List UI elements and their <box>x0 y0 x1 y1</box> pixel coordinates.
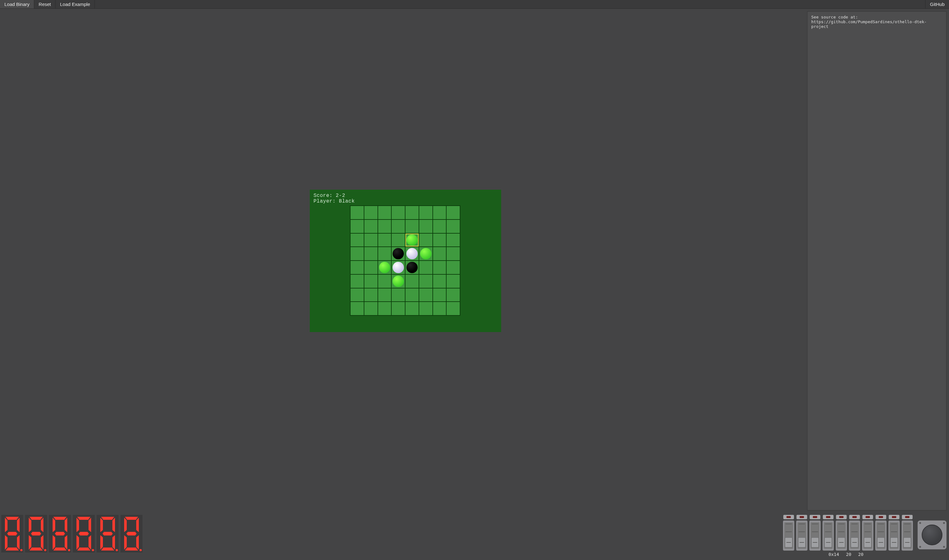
console-panel: See source code at: https://github.com/P… <box>805 9 949 513</box>
svg-marker-20 <box>53 535 55 550</box>
board-cell <box>419 261 432 274</box>
toggle-switch[interactable] <box>875 520 887 551</box>
readout-dec2: 20 <box>858 552 864 557</box>
hint-disc <box>420 248 432 259</box>
reset-button[interactable]: Reset <box>34 0 56 8</box>
board-cell <box>419 234 432 247</box>
score-text: Score: 2-2 <box>313 193 497 198</box>
svg-marker-21 <box>53 518 55 532</box>
board-cell <box>364 302 378 315</box>
board-cell <box>419 275 432 288</box>
board-cell <box>447 302 460 315</box>
svg-marker-28 <box>77 535 79 550</box>
io-column <box>888 515 900 551</box>
led-indicator <box>876 515 886 519</box>
board-cell <box>378 261 391 274</box>
board-cell <box>433 302 446 315</box>
othello-board <box>350 205 460 316</box>
board-cell <box>406 288 419 302</box>
svg-marker-26 <box>88 535 91 550</box>
board-cell <box>392 261 405 274</box>
svg-marker-17 <box>65 518 67 532</box>
svg-marker-24 <box>77 517 90 520</box>
board-cell <box>392 234 405 247</box>
led-indicator <box>823 515 833 519</box>
board-cell <box>419 220 432 233</box>
svg-point-23 <box>68 549 70 551</box>
console-output[interactable]: See source code at: https://github.com/P… <box>807 11 946 511</box>
slider-knob <box>824 537 832 548</box>
svg-marker-19 <box>53 548 66 550</box>
board-cell <box>350 206 364 219</box>
io-column <box>875 515 887 551</box>
io-column <box>822 515 834 551</box>
led-bulb-icon <box>799 516 804 518</box>
board-cell <box>378 275 391 288</box>
board-cell <box>350 234 364 247</box>
board-cell <box>433 234 446 247</box>
svg-marker-46 <box>127 532 137 535</box>
toggle-switch[interactable] <box>796 520 807 551</box>
hint-disc <box>379 262 390 273</box>
board-cell <box>447 234 460 247</box>
readout-dec1: 20 <box>846 552 852 557</box>
main-area: Score: 2-2 Player: Black See source code… <box>0 9 949 513</box>
toggle-switch[interactable] <box>902 520 913 551</box>
toggle-switch[interactable] <box>889 520 900 551</box>
board-cell <box>406 275 419 288</box>
svg-marker-12 <box>29 535 31 550</box>
led-bulb-icon <box>879 516 883 518</box>
board-cell <box>406 261 419 274</box>
board-cell <box>392 220 405 233</box>
toggle-switch[interactable] <box>836 520 847 551</box>
slider-knob <box>877 537 885 548</box>
board-cell <box>350 247 364 260</box>
seven-segment-digit <box>120 515 142 552</box>
load-example-button[interactable]: Load Example <box>56 0 95 8</box>
toggle-switch[interactable] <box>783 520 794 551</box>
board-cell <box>406 206 419 219</box>
board-cell <box>447 220 460 233</box>
board-cell <box>447 288 460 302</box>
svg-marker-8 <box>29 517 43 520</box>
led-bulb-icon <box>892 516 896 518</box>
led-indicator <box>902 515 913 519</box>
load-binary-button[interactable]: Load Binary <box>0 0 34 8</box>
board-cell <box>433 206 446 219</box>
menubar: Load Binary Reset Load Example GitHub <box>0 0 949 9</box>
board-cell <box>433 275 446 288</box>
board-cell <box>406 220 419 233</box>
io-cluster <box>783 515 946 551</box>
led-bulb-icon <box>787 516 791 518</box>
board-cell <box>350 288 364 302</box>
github-link[interactable]: GitHub <box>925 0 949 8</box>
black-disc <box>393 248 404 259</box>
io-column <box>783 515 795 551</box>
slider-knob <box>811 537 819 548</box>
push-button[interactable] <box>918 520 946 549</box>
led-indicator <box>810 515 820 519</box>
led-bulb-icon <box>866 516 870 518</box>
svg-marker-13 <box>29 518 31 532</box>
board-cell <box>392 247 405 260</box>
svg-marker-37 <box>100 518 103 532</box>
toggle-switch[interactable] <box>849 520 860 551</box>
svg-marker-14 <box>31 532 42 535</box>
svg-marker-45 <box>124 518 127 532</box>
svg-marker-29 <box>77 518 79 532</box>
board-cell <box>447 275 460 288</box>
led-bulb-icon <box>826 516 830 518</box>
toggle-switch[interactable] <box>809 520 821 551</box>
toggle-switch[interactable] <box>822 520 834 551</box>
slider-knob <box>904 537 911 548</box>
seven-segment-row <box>1 515 142 552</box>
seven-segment-digit <box>97 515 119 552</box>
board-cell <box>364 288 378 302</box>
slider-knob <box>798 537 805 548</box>
board-cell <box>433 220 446 233</box>
toggle-switch[interactable] <box>862 520 873 551</box>
hint-disc <box>406 235 418 246</box>
board-cell <box>378 220 391 233</box>
svg-marker-18 <box>65 535 67 550</box>
svg-marker-6 <box>7 532 18 535</box>
